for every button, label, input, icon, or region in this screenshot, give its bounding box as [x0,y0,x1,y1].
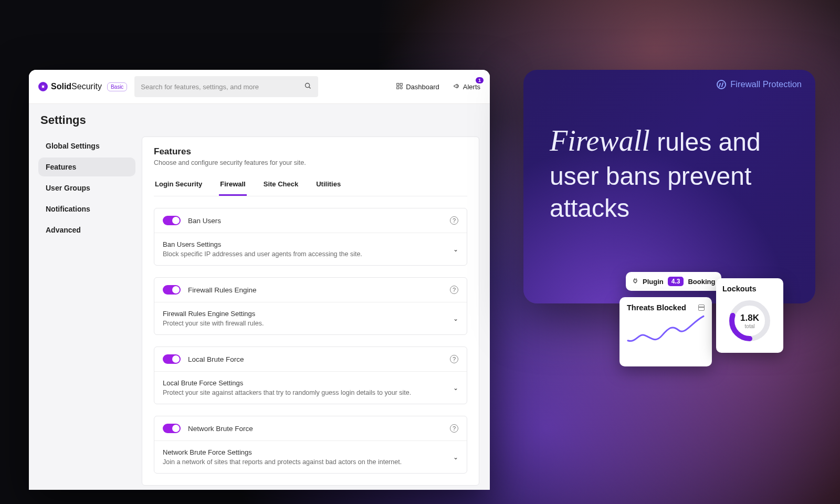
search-input[interactable] [141,83,304,91]
lockouts-card: Lockouts 1.8K total [716,278,783,353]
settings-desc: Join a network of sites that reports and… [163,458,453,466]
features-panel: Features Choose and configure security f… [142,136,479,486]
svg-rect-3 [400,83,402,85]
brand-logo: SolidSecurity Basic [38,82,127,91]
threats-sparkline [627,312,705,349]
wordpress-icon [717,80,726,89]
settings-sidebar: Global Settings Features User Groups Not… [29,132,142,486]
plugin-name: Booking [688,278,715,286]
plugin-score: 4.3 [668,277,684,286]
promo-card: Firewall Protection Firewall rules and u… [523,70,815,303]
promo-kicker: Firewall Protection [717,79,802,89]
chevron-down-icon: ⌄ [453,246,458,253]
toggle-firewall-rules[interactable] [163,285,181,295]
chevron-down-icon: ⌄ [453,384,458,392]
plugin-label: Plugin [643,278,664,286]
toggle-local-brute-force[interactable] [163,354,181,364]
plug-icon [632,278,638,286]
brand-mark-icon [38,82,48,91]
promo-title: Firewall rules and user bans prevent att… [550,122,794,225]
threats-blocked-card: Threats Blocked [620,297,712,366]
help-icon[interactable]: ? [450,216,458,225]
tab-utilities[interactable]: Utilities [315,176,342,196]
settings-desc: Protect your site with firewall rules. [163,320,453,327]
lockouts-value: 1.8K [740,313,759,323]
tab-firewall[interactable]: Firewall [219,176,246,196]
feature-tabs: Login Security Firewall Site Check Utili… [154,176,467,196]
settings-title: Firewall Rules Engine Settings [163,310,453,318]
topbar: SolidSecurity Basic Dashboard Alerts 1 [29,70,490,104]
panel-heading: Features [154,146,467,157]
sidebar-item-notifications[interactable]: Notifications [38,200,135,218]
lockouts-sub: total [745,323,755,329]
help-icon[interactable]: ? [450,424,458,433]
search-icon[interactable] [304,82,312,91]
toggle-ban-users[interactable] [163,216,181,225]
help-icon[interactable]: ? [450,355,458,363]
feature-local-brute-force: Local Brute Force ? Local Brute Force Se… [154,346,467,404]
sidebar-item-features[interactable]: Features [38,158,135,176]
feature-name: Firewall Rules Engine [188,286,443,294]
feature-settings-row[interactable]: Local Brute Force Settings Protect your … [154,372,467,404]
svg-rect-2 [397,83,399,85]
feature-name: Ban Users [188,217,443,225]
svg-line-1 [309,87,311,89]
feature-settings-row[interactable]: Ban Users Settings Block specific IP add… [154,233,467,265]
settings-title: Network Brute Force Settings [163,448,453,456]
feature-name: Network Brute Force [188,425,443,433]
feature-ban-users: Ban Users ? Ban Users Settings Block spe… [154,208,467,266]
alerts-link[interactable]: Alerts 1 [453,82,480,91]
plugin-chip: Plugin 4.3 Booking [626,272,721,291]
chevron-down-icon: ⌄ [453,315,458,322]
megaphone-icon [453,82,460,91]
tab-site-check[interactable]: Site Check [262,176,299,196]
tab-login-security[interactable]: Login Security [154,176,203,196]
sidebar-item-user-groups[interactable]: User Groups [38,178,135,197]
alerts-badge: 1 [476,77,484,83]
lockouts-title: Lockouts [722,285,777,293]
dashboard-link[interactable]: Dashboard [396,82,439,91]
sidebar-item-advanced[interactable]: Advanced [38,220,135,239]
svg-point-5 [400,87,402,89]
toggle-network-brute-force[interactable] [163,424,181,433]
svg-point-0 [306,83,310,88]
feature-name: Local Brute Force [188,355,443,363]
dashboard-label: Dashboard [406,83,439,91]
help-icon[interactable]: ? [450,286,458,294]
feature-network-brute-force: Network Brute Force ? Network Brute Forc… [154,416,467,474]
plan-badge: Basic [107,82,127,91]
alerts-label: Alerts [463,83,480,91]
calendar-icon[interactable] [698,304,705,311]
dashboard-icon [396,82,403,91]
settings-desc: Protect your site against attackers that… [163,389,453,396]
settings-title: Local Brute Force Settings [163,379,453,387]
settings-desc: Block specific IP addresses and user age… [163,250,453,258]
chevron-down-icon: ⌄ [453,454,458,461]
brand-text: SolidSecurity [51,82,102,91]
svg-rect-4 [397,87,399,89]
threats-title: Threats Blocked [627,303,686,312]
settings-title: Ban Users Settings [163,240,453,248]
sidebar-item-global-settings[interactable]: Global Settings [38,136,135,155]
panel-subheading: Choose and configure security features f… [154,159,467,166]
promo-kicker-text: Firewall Protection [730,79,802,89]
app-window: SolidSecurity Basic Dashboard Alerts 1 S… [29,70,490,490]
page-title: Settings [29,104,490,132]
feature-firewall-rules-engine: Firewall Rules Engine ? Firewall Rules E… [154,277,467,335]
feature-settings-row[interactable]: Network Brute Force Settings Join a netw… [154,441,467,473]
search-box[interactable] [134,76,318,97]
feature-settings-row[interactable]: Firewall Rules Engine Settings Protect y… [154,302,467,334]
